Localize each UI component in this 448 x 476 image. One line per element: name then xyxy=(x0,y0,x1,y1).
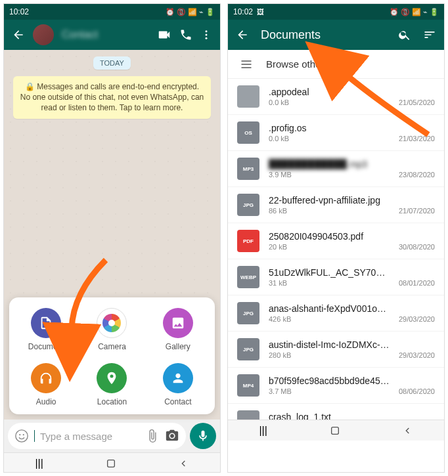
attach-camera[interactable]: Camera xyxy=(79,308,145,351)
file-type-icon: JPG xyxy=(237,338,259,360)
status-time: 10:02 xyxy=(9,7,29,16)
file-row[interactable]: JPGaustin-distel-Imc-IoZDMXc-unsplash.jp… xyxy=(228,332,444,368)
file-name: 51uDzWlkFUL._AC_SY700_ML1_FMwe… xyxy=(269,267,390,278)
file-date: 21/03/2020 xyxy=(399,135,435,142)
file-info: 250820I049904503.pdf20 kB xyxy=(269,231,390,251)
file-row[interactable]: OS.profig.os0.0 kB21/03/2020 xyxy=(228,115,444,151)
file-type-icon: OS xyxy=(237,121,259,144)
file-info: b70f59fec98acd5bbd9de4539f8720de…3.7 MB xyxy=(269,376,390,395)
svg-point-4 xyxy=(19,434,20,435)
file-name: b70f59fec98acd5bbd9de4539f8720de… xyxy=(269,376,390,386)
document-icon xyxy=(31,308,61,338)
file-name: ████████████.mp3 xyxy=(269,159,390,169)
contact-name[interactable]: Contact xyxy=(62,29,149,41)
attach-location[interactable]: Location xyxy=(79,363,145,406)
input-caret xyxy=(34,430,35,442)
attach-label: Gallery xyxy=(166,342,190,351)
nav-back[interactable] xyxy=(403,425,413,436)
mic-button[interactable] xyxy=(190,423,216,449)
file-type-icon: WEBP xyxy=(237,266,259,288)
file-name: 250820I049904503.pdf xyxy=(269,231,390,242)
file-row[interactable]: TXTcrash_log_1.txt0.0 kB03/08/2020 xyxy=(228,404,444,420)
attach-label: Audio xyxy=(36,397,56,406)
list-icon xyxy=(240,58,253,71)
attach-gallery[interactable]: Gallery xyxy=(145,308,211,351)
file-info: crash_log_1.txt0.0 kB xyxy=(269,412,390,420)
message-input[interactable]: Type a message xyxy=(8,423,186,449)
file-info: 22-buffered-vpn-affiliate.jpg86 kB xyxy=(269,195,390,215)
browse-label: Browse other docs… xyxy=(266,58,357,70)
voice-call-icon[interactable] xyxy=(179,28,192,41)
attach-audio[interactable]: Audio xyxy=(13,363,79,406)
file-row[interactable]: MP4b70f59fec98acd5bbd9de4539f8720de…3.7 … xyxy=(228,368,444,404)
attach-label: Contact xyxy=(164,397,191,406)
phone-documents: 10:02 🖼 ⏰ 📵 📶 ⌁ 🔋 Documents Browse other… xyxy=(227,3,445,473)
nav-recents[interactable]: ||| xyxy=(35,458,43,469)
file-date: 08/06/2020 xyxy=(399,387,435,395)
camera-icon xyxy=(97,308,127,338)
browse-other-docs[interactable]: Browse other docs… xyxy=(228,50,444,79)
camera-input-icon[interactable] xyxy=(165,429,179,443)
file-info: austin-distel-Imc-IoZDMXc-unsplash.jpg28… xyxy=(269,339,390,359)
file-size: 280 kB xyxy=(269,351,390,359)
file-row[interactable]: WEBP51uDzWlkFUL._AC_SY700_ML1_FMwe…31 kB… xyxy=(228,259,444,295)
chat-body: TODAY 🔒 Messages and calls are end-to-en… xyxy=(4,50,220,420)
nav-home[interactable] xyxy=(106,458,116,469)
file-row[interactable]: JPG22-buffered-vpn-affiliate.jpg86 kB21/… xyxy=(228,187,444,223)
nav-bar: ||| xyxy=(228,420,444,441)
input-placeholder: Type a message xyxy=(40,431,140,442)
attach-contact[interactable]: Contact xyxy=(145,363,211,406)
status-time: 10:02 xyxy=(233,7,253,16)
more-icon[interactable] xyxy=(200,29,212,41)
svg-point-3 xyxy=(16,430,28,442)
file-row[interactable]: JPGanas-alshanti-feXpdV001o4-unsplash.j…… xyxy=(228,295,444,332)
file-date: 21/07/2020 xyxy=(399,207,435,215)
file-row[interactable]: MP3████████████.mp33.9 MB23/08/2020 xyxy=(228,151,444,187)
documents-header: Documents xyxy=(228,20,444,50)
file-date: 08/01/2020 xyxy=(399,279,435,287)
file-list[interactable]: .appodeal0.0 kB21/05/2020OS.profig.os0.0… xyxy=(228,79,444,420)
video-call-icon[interactable] xyxy=(157,28,171,42)
location-icon xyxy=(97,363,127,393)
file-type-icon: JPG xyxy=(237,302,259,324)
status-icons: ⏰ 📵 📶 ⌁ 🔋 xyxy=(390,8,439,16)
attach-document[interactable]: Document xyxy=(13,308,79,351)
attach-label: Document xyxy=(28,342,64,351)
nav-home[interactable] xyxy=(330,425,340,436)
back-icon[interactable] xyxy=(12,28,25,41)
file-info: anas-alshanti-feXpdV001o4-unsplash.j…426… xyxy=(269,303,390,323)
file-size: 3.9 MB xyxy=(269,171,390,179)
gallery-icon xyxy=(163,308,193,338)
nav-recents[interactable]: ||| xyxy=(259,425,267,437)
contact-icon xyxy=(163,363,193,393)
file-name: anas-alshanti-feXpdV001o4-unsplash.j… xyxy=(269,303,390,314)
attach-label: Camera xyxy=(98,342,126,351)
file-type-icon: PDF xyxy=(237,230,259,252)
file-size: 86 kB xyxy=(269,207,390,215)
file-date: 21/05/2020 xyxy=(399,98,435,106)
search-icon[interactable] xyxy=(398,28,411,41)
file-name: .profig.os xyxy=(269,123,390,133)
back-icon[interactable] xyxy=(236,28,249,41)
file-date: 29/03/2020 xyxy=(399,351,435,359)
status-bar: 10:02 ⏰ 📵 📶 ⌁ 🔋 xyxy=(4,4,220,20)
emoji-icon[interactable] xyxy=(14,429,29,443)
file-info: .profig.os0.0 kB xyxy=(269,123,390,142)
file-type-icon: TXT xyxy=(237,410,259,420)
svg-rect-6 xyxy=(107,460,114,467)
svg-point-0 xyxy=(206,30,208,32)
chat-header: Contact xyxy=(4,20,220,50)
attachment-panel: Document Camera Gallery Audio Location C… xyxy=(9,297,215,414)
file-name: austin-distel-Imc-IoZDMXc-unsplash.jpg xyxy=(269,339,390,350)
encryption-notice[interactable]: 🔒 Messages and calls are end-to-end encr… xyxy=(13,76,211,119)
svg-point-1 xyxy=(206,34,208,36)
file-row[interactable]: PDF250820I049904503.pdf20 kB30/08/2020 xyxy=(228,223,444,259)
file-info: ████████████.mp33.9 MB xyxy=(269,159,390,179)
attach-icon[interactable] xyxy=(145,429,160,443)
sort-icon[interactable] xyxy=(423,28,436,41)
nav-back[interactable] xyxy=(179,458,189,469)
file-row[interactable]: .appodeal0.0 kB21/05/2020 xyxy=(228,79,444,115)
avatar[interactable] xyxy=(33,24,54,45)
svg-rect-7 xyxy=(331,427,338,434)
file-size: 0.0 kB xyxy=(269,98,390,106)
